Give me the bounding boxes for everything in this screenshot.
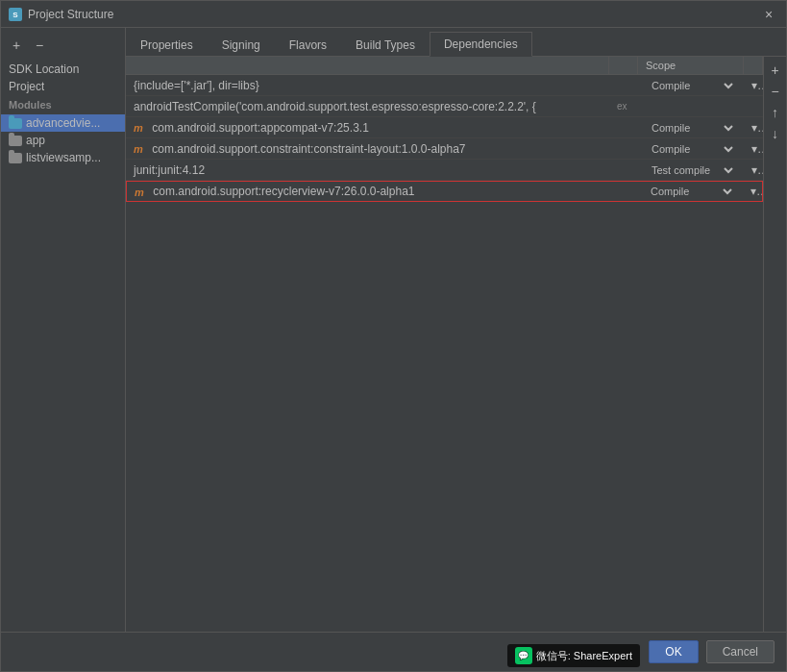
extra-cell xyxy=(608,189,637,193)
dependency-cell: m com.android.support:recyclerview-v7:26… xyxy=(127,183,608,200)
svg-text:S: S xyxy=(12,11,18,19)
dep-text: com.android.support:appcompat-v7:25.3.1 xyxy=(152,121,368,135)
table-row[interactable]: androidTestCompile('com.android.support.… xyxy=(126,96,763,117)
sidebar-modules-label: Modules xyxy=(1,95,125,114)
close-button[interactable]: × xyxy=(759,5,778,24)
maven-icon: m xyxy=(134,122,145,134)
scope-select[interactable]: Compile xyxy=(646,141,736,157)
extra-cell xyxy=(609,168,638,172)
dep-text: com.android.support:recyclerview-v7:26.0… xyxy=(153,185,414,198)
cancel-button[interactable]: Cancel xyxy=(706,640,775,663)
maven-icon: m xyxy=(135,187,146,198)
dependency-cell: m com.android.support.constraint:constra… xyxy=(126,140,609,158)
scope-select[interactable]: Compile xyxy=(645,184,735,199)
table-row[interactable]: m com.android.support.constraint:constra… xyxy=(126,138,763,160)
extra-cell: ex xyxy=(609,99,638,113)
table-header: Scope xyxy=(126,57,763,75)
tab-flavors[interactable]: Flavors xyxy=(275,33,341,57)
column-header-extra xyxy=(609,57,638,74)
tab-build-types[interactable]: Build Types xyxy=(341,33,430,57)
dep-text: com.android.support.constraint:constrain… xyxy=(152,142,465,156)
sidebar-item-app[interactable]: app xyxy=(1,132,125,149)
remove-module-button[interactable]: − xyxy=(30,36,49,55)
extra-cell xyxy=(609,84,638,87)
table-row[interactable]: junit:junit:4.12 Test compile ▾ xyxy=(126,160,763,181)
bottom-bar: 💬 微信号: ShareExpert OK Cancel xyxy=(1,632,786,671)
app-icon: S xyxy=(9,8,22,21)
scope-select[interactable]: Compile xyxy=(646,120,736,136)
watermark: 💬 微信号: ShareExpert xyxy=(507,644,640,667)
sidebar-item-listviewsample[interactable]: listviewsamp... xyxy=(1,149,125,166)
remove-dependency-button[interactable]: − xyxy=(766,82,785,101)
dependency-cell: m com.android.support:appcompat-v7:25.3.… xyxy=(126,119,609,137)
sidebar-item-project[interactable]: Project xyxy=(1,78,125,95)
folder-gray-icon xyxy=(9,134,22,147)
right-toolbar: + − ↑ ↓ xyxy=(763,57,786,632)
sidebar: + − SDK Location Project Modules advance… xyxy=(1,28,126,632)
maven-icon: m xyxy=(134,143,145,155)
arrow-cell: ▾ xyxy=(744,162,763,179)
scope-cell[interactable]: Compile xyxy=(638,139,744,159)
table-row-highlighted[interactable]: m com.android.support:recyclerview-v7:26… xyxy=(126,181,763,202)
tab-signing[interactable]: Signing xyxy=(208,33,275,57)
column-header-arrow xyxy=(744,57,763,74)
scope-cell[interactable]: Compile xyxy=(637,182,743,201)
ok-button[interactable]: OK xyxy=(649,640,698,663)
arrow-cell: ▾ xyxy=(743,183,762,200)
scope-select[interactable]: Test compile xyxy=(646,162,736,178)
extra-cell xyxy=(609,147,638,151)
project-structure-window: S Project Structure × + − SDK Location P… xyxy=(0,0,787,672)
tab-properties[interactable]: Properties xyxy=(126,33,208,57)
tabs-bar: Properties Signing Flavors Build Types D… xyxy=(126,28,786,57)
dependency-cell: junit:junit:4.12 xyxy=(126,162,609,179)
scope-cell xyxy=(638,105,744,109)
tab-dependencies[interactable]: Dependencies xyxy=(430,32,532,57)
column-header-dependency xyxy=(126,57,609,74)
column-header-scope: Scope xyxy=(638,57,744,74)
dependencies-area: Scope {include=['*.jar'], dir=libs} Comp… xyxy=(126,57,786,632)
scope-cell[interactable]: Compile xyxy=(638,76,744,95)
add-dependency-button[interactable]: + xyxy=(766,61,785,80)
dependency-cell: {include=['*.jar'], dir=libs} xyxy=(126,77,609,94)
add-module-button[interactable]: + xyxy=(7,36,26,55)
arrow-cell: ▾ xyxy=(744,119,763,137)
watermark-text: 微信号: ShareExpert xyxy=(536,649,632,663)
move-down-button[interactable]: ↓ xyxy=(766,124,785,143)
folder-gray-icon-2 xyxy=(9,151,22,164)
wechat-icon: 💬 xyxy=(515,647,532,664)
scope-select[interactable]: Compile xyxy=(646,78,736,93)
table-row[interactable]: m com.android.support:appcompat-v7:25.3.… xyxy=(126,117,763,138)
folder-blue-icon xyxy=(9,116,22,130)
main-content: + − SDK Location Project Modules advance… xyxy=(1,28,786,632)
extra-cell xyxy=(609,126,638,130)
scope-cell[interactable]: Compile xyxy=(638,118,744,137)
arrow-cell xyxy=(744,105,763,109)
sidebar-item-advancedview[interactable]: advancedvie... xyxy=(1,114,125,132)
window-title: Project Structure xyxy=(28,8,113,21)
sidebar-toolbar: + − xyxy=(1,34,125,61)
right-panel: Properties Signing Flavors Build Types D… xyxy=(126,28,786,632)
sidebar-item-sdk-location[interactable]: SDK Location xyxy=(1,61,125,78)
title-bar: S Project Structure × xyxy=(1,1,786,28)
arrow-cell: ▾ xyxy=(744,77,763,94)
scope-cell[interactable]: Test compile xyxy=(638,161,744,180)
table-row[interactable]: {include=['*.jar'], dir=libs} Compile ▾ xyxy=(126,75,763,96)
dependency-table: Scope {include=['*.jar'], dir=libs} Comp… xyxy=(126,57,763,632)
dependency-cell: androidTestCompile('com.android.support.… xyxy=(126,98,609,115)
move-up-button[interactable]: ↑ xyxy=(766,103,785,122)
arrow-cell: ▾ xyxy=(744,140,763,158)
title-bar-left: S Project Structure xyxy=(9,8,113,21)
